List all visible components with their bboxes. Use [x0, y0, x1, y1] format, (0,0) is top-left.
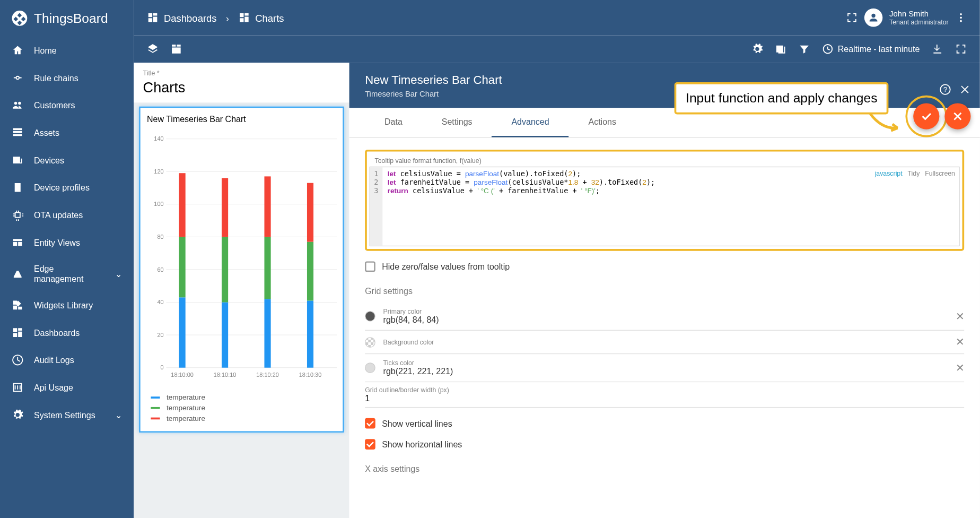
- tab-settings[interactable]: Settings: [422, 108, 492, 137]
- background-color-row[interactable]: Background color ✕: [365, 331, 964, 354]
- clock-icon: [822, 43, 834, 55]
- sidebar-item-home[interactable]: Home: [0, 37, 134, 64]
- clear-icon[interactable]: ✕: [956, 336, 964, 348]
- sidebar-item-dashboards[interactable]: Dashboards: [0, 319, 134, 347]
- download-icon[interactable]: [932, 43, 943, 55]
- audit-icon: [12, 354, 23, 366]
- tab-advanced[interactable]: Advanced: [492, 108, 569, 137]
- sidebar-item-label: Widgets Library: [34, 300, 93, 310]
- chevron-down-icon: ⌄: [115, 269, 122, 279]
- chart-legend: temperaturetemperaturetemperature: [147, 393, 340, 422]
- help-icon[interactable]: ?: [939, 84, 951, 96]
- sidebar-item-assets[interactable]: Assets: [0, 119, 134, 146]
- code-editor[interactable]: 123 let celsiusValue = parseFloat(value)…: [370, 167, 960, 246]
- ticks-color-value[interactable]: rgb(221, 221, 221): [383, 367, 948, 376]
- sidebar-item-edge-management[interactable]: Edge management⌄: [0, 256, 134, 291]
- background-color-swatch[interactable]: [365, 337, 375, 348]
- background-color-label: Background color: [383, 339, 948, 346]
- sidebar-item-audit-logs[interactable]: Audit Logs: [0, 346, 134, 374]
- cancel-button[interactable]: [944, 103, 970, 129]
- svg-text:60: 60: [157, 266, 163, 273]
- avatar[interactable]: [864, 8, 882, 27]
- border-width-value[interactable]: 1: [365, 393, 964, 403]
- sidebar-item-devices[interactable]: Devices: [0, 146, 134, 174]
- show-vertical-checkbox[interactable]: [365, 418, 375, 429]
- ticks-color-row[interactable]: Ticks color rgb(221, 221, 221) ✕: [365, 354, 964, 382]
- hide-zero-row[interactable]: Hide zero/false values from tooltip: [365, 261, 964, 272]
- sidebar-item-entity-views[interactable]: Entity Views: [0, 229, 134, 256]
- grid-icon[interactable]: [170, 43, 182, 55]
- svg-rect-22: [179, 173, 186, 237]
- sidebar-item-label: Api Usage: [34, 383, 73, 392]
- sidebar-item-system-settings[interactable]: System Settings⌄: [0, 401, 134, 429]
- sidebar-item-label: Entity Views: [34, 237, 80, 247]
- timewindow-button[interactable]: Realtime - last minute: [822, 43, 920, 55]
- legend-item[interactable]: temperature: [147, 414, 340, 422]
- filter-icon[interactable]: [799, 43, 810, 55]
- person-icon: [868, 12, 879, 23]
- api-icon: [12, 382, 23, 393]
- sidebar-item-api-usage[interactable]: Api Usage: [0, 374, 134, 401]
- ticks-color-label: Ticks color: [383, 359, 948, 367]
- widget-preview[interactable]: New Timeseries Bar Chart 020406080100120…: [139, 107, 344, 433]
- clear-icon[interactable]: ✕: [956, 310, 964, 322]
- ticks-color-swatch[interactable]: [365, 362, 375, 373]
- sidebar: ThingsBoard HomeRule chainsCustomersAsse…: [0, 0, 134, 518]
- show-vertical-label: Show vertical lines: [382, 418, 452, 428]
- close-icon[interactable]: [959, 84, 970, 96]
- title-label: Title *: [143, 69, 340, 76]
- hide-zero-checkbox[interactable]: [365, 261, 375, 272]
- user-role: Tenant administrator: [889, 19, 949, 27]
- show-horizontal-checkbox[interactable]: [365, 439, 375, 450]
- dashboard-icon: [147, 12, 159, 23]
- tab-data[interactable]: Data: [365, 108, 422, 137]
- layers-icon[interactable]: [147, 43, 159, 55]
- sidebar-item-label: Audit Logs: [34, 355, 74, 365]
- show-vertical-row[interactable]: Show vertical lines: [365, 418, 964, 429]
- apply-button[interactable]: [913, 103, 939, 129]
- title-value[interactable]: Charts: [143, 79, 340, 96]
- code-content[interactable]: let celsiusValue = parseFloat(value).toF…: [382, 167, 959, 246]
- sidebar-item-rule-chains[interactable]: Rule chains: [0, 64, 134, 92]
- brand-logo[interactable]: ThingsBoard: [0, 0, 134, 37]
- fullscreen-icon[interactable]: [846, 12, 858, 23]
- settings-icon: [12, 409, 23, 421]
- svg-text:0: 0: [160, 364, 163, 370]
- code-tidy-button[interactable]: Tidy: [907, 170, 920, 177]
- breadcrumb-root[interactable]: Dashboards: [164, 12, 217, 23]
- brand-name: ThingsBoard: [34, 11, 108, 25]
- svg-text:140: 140: [154, 135, 163, 142]
- sidebar-item-customers[interactable]: Customers: [0, 91, 134, 119]
- sidebar-item-ota-updates[interactable]: OTA updates: [0, 201, 134, 229]
- code-lang-button[interactable]: javascript: [875, 170, 903, 177]
- primary-color-row[interactable]: Primary color rgb(84, 84, 84) ✕: [365, 303, 964, 331]
- primary-color-value[interactable]: rgb(84, 84, 84): [383, 315, 948, 324]
- code-fullscreen-button[interactable]: Fullscreen: [925, 170, 955, 177]
- border-width-field[interactable]: Grid outline/border width (px) 1: [365, 382, 964, 408]
- widgets-icon: [12, 299, 23, 311]
- user-info[interactable]: John Smith Tenant administrator: [889, 9, 949, 26]
- entity-aliases-icon[interactable]: [775, 43, 787, 55]
- chevron-down-icon: ⌄: [115, 410, 122, 419]
- svg-rect-34: [307, 183, 313, 242]
- brand-icon: [11, 9, 29, 27]
- code-buttons: javascript Tidy Fullscreen: [875, 170, 955, 177]
- svg-text:18:10:30: 18:10:30: [299, 372, 322, 378]
- svg-rect-21: [179, 237, 186, 297]
- tab-actions[interactable]: Actions: [569, 108, 636, 137]
- sidebar-item-widgets-library[interactable]: Widgets Library: [0, 291, 134, 319]
- code-editor-container: Tooltip value format function, f(value) …: [365, 150, 964, 251]
- legend-item[interactable]: temperature: [147, 404, 340, 412]
- gear-icon[interactable]: [751, 43, 763, 55]
- sidebar-item-device-profiles[interactable]: Device profiles: [0, 174, 134, 201]
- sidebar-item-label: Assets: [34, 128, 59, 137]
- fullscreen-icon[interactable]: [955, 43, 967, 55]
- legend-item[interactable]: temperature: [147, 393, 340, 401]
- svg-rect-29: [264, 237, 270, 299]
- primary-color-swatch[interactable]: [365, 311, 375, 322]
- legend-swatch: [151, 417, 160, 419]
- show-horizontal-row[interactable]: Show horizontal lines: [365, 439, 964, 450]
- svg-text:120: 120: [154, 168, 163, 175]
- clear-icon[interactable]: ✕: [956, 361, 964, 374]
- more-vert-icon[interactable]: [955, 12, 967, 23]
